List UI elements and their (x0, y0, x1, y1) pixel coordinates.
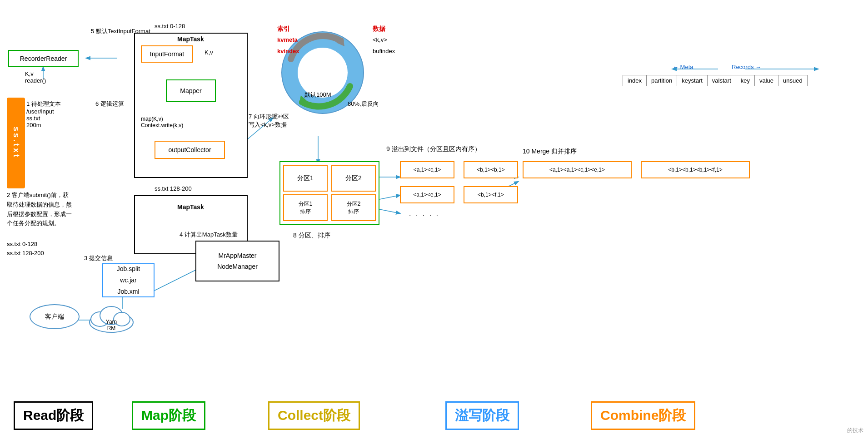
spill-dots: · · · · · (409, 211, 439, 219)
input-data-bar: ss.txt (7, 98, 25, 188)
step9-label: 9 溢出到文件（分区且区内有序） (386, 145, 481, 153)
stage-read: Read阶段 (14, 401, 93, 430)
partition1sort-box: 分区1排序 (283, 194, 328, 221)
step10-label: 10 Merge 归并排序 (523, 148, 577, 156)
svg-text:RM: RM (107, 325, 116, 331)
maptask2-header: ss.txt 128-200 (155, 185, 192, 192)
col-key: key (736, 75, 754, 86)
kv-reader-label: K,v reader() (25, 70, 46, 84)
mapper-box: Mapper (166, 79, 216, 102)
stage-combine: Combine阶段 (591, 401, 695, 430)
index-label: 索引 (277, 25, 290, 33)
kvindex-label: kvindex (277, 48, 299, 54)
maptask2-title: MapTask (177, 203, 204, 211)
kv-output-label: K,v (205, 49, 213, 56)
client-ellipse: 客户端 (30, 304, 80, 329)
data-label: 数据 (373, 25, 385, 33)
step3-label: 3 提交信息 (84, 254, 113, 262)
step4-label: 4 计算出MapTask数量 (180, 231, 238, 239)
col-value: value (754, 75, 778, 86)
col-partition: partition (647, 75, 677, 86)
col-unsued: unsued (778, 75, 808, 86)
kvmeta-label: kvmeta (277, 36, 298, 43)
spill-b2-box: <b,1><f,1> (464, 186, 518, 203)
partition-outer-box: 分区1 分区2 分区1排序 分区2排序 (279, 161, 379, 225)
merge-left-box: <a,1><a,1><c,1><e,1> (523, 161, 632, 178)
inputformat-box: InputFormat (141, 45, 193, 63)
meta-arrow-label: ← Meta (673, 64, 693, 70)
stage-collect: Collect阶段 (268, 401, 360, 430)
spill-a1-box: <a,1><c,1> (400, 161, 454, 178)
meta-table: index partition keystart valstart key va… (623, 75, 808, 86)
records-arrow-label: Records → (732, 64, 761, 70)
job-submit-box: Job.split wc.jar Job.xml (102, 263, 155, 297)
kv-data-label: <k,v> (373, 36, 387, 43)
output-collector-box: outputCollector (155, 141, 225, 159)
recorder-reader-box: RecorderReader (8, 50, 79, 67)
step2c-label: ss.txt 128-200 (7, 250, 44, 256)
bufindex-label: bufindex (373, 48, 395, 54)
step6-label: 6 逻辑运算 (95, 100, 124, 108)
step1-label: 1 待处理文本 /user/input ss.txt 200m (26, 100, 61, 128)
col-index: index (623, 75, 647, 86)
spill-b1-box: <b,1><b,1> (464, 161, 518, 178)
eighty-pct-label: 80%,后反向 (348, 100, 379, 108)
partition2sort-box: 分区2排序 (331, 194, 376, 221)
col-valstart: valstart (707, 75, 736, 86)
step2-label: 2 客户端submit()前，获 取待处理数据的信息，然 后根据参数配置，形成一… (7, 191, 107, 228)
maptask1-title: MapTask (177, 35, 204, 43)
step5-label: 5 默认TextInputFormat (91, 27, 150, 35)
spill-a2-box: <a,1><e,1> (400, 186, 454, 203)
mrappmater-box: MrAppMaster NodeManager (195, 241, 279, 281)
step7-label: 7 向环形缓冲区 写入<k,v>数据 (249, 113, 289, 129)
col-keystart: keystart (677, 75, 708, 86)
merge-right-box: <b,1><b,1><b,1><f,1> (641, 161, 750, 178)
maptask1-header: ss.txt 0-128 (155, 23, 185, 30)
map-context-label: map(K,v) Context.write(k,v) (141, 116, 183, 128)
stage-spill: 溢写阶段 (445, 401, 519, 430)
default100m-label: 默认100M (304, 91, 331, 99)
partition1-box: 分区1 (283, 165, 328, 192)
input-data-text: ss.txt (11, 127, 21, 159)
partition2-box: 分区2 (331, 165, 376, 192)
yarn-rm-cloud: Yarn RM (86, 297, 136, 334)
stage-map: Map阶段 (132, 401, 205, 430)
svg-text:Yarn: Yarn (106, 319, 117, 325)
watermark: 的技术 (847, 427, 863, 434)
step8-label: 8 分区、排序 (293, 232, 330, 240)
step2b-label: ss.txt 0-128 (7, 241, 37, 247)
svg-point-27 (298, 48, 348, 98)
